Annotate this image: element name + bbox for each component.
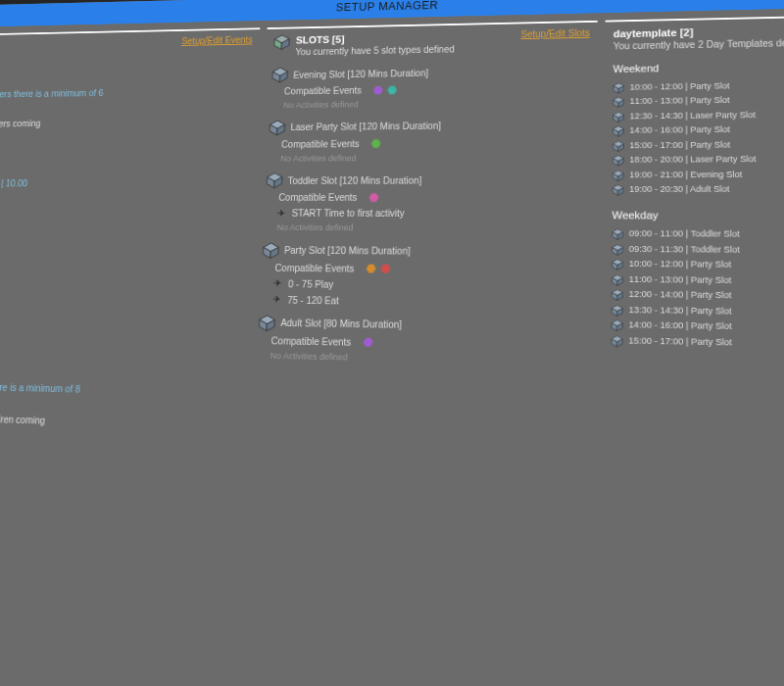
event-color-icon bbox=[368, 193, 378, 203]
svg-marker-46 bbox=[612, 188, 618, 196]
guest-price-note: charge based on Toddlers coming bbox=[0, 119, 41, 129]
cube-icon bbox=[612, 319, 624, 331]
svg-marker-60 bbox=[612, 289, 623, 295]
cube-icon bbox=[612, 184, 624, 196]
svg-marker-65 bbox=[617, 308, 623, 316]
daytemplate-row[interactable]: 18:00 - 20:00 | Laser Party Slot bbox=[612, 151, 784, 168]
svg-marker-38 bbox=[618, 144, 624, 152]
compat-label: Compatible Events bbox=[284, 84, 363, 99]
svg-marker-53 bbox=[617, 247, 623, 255]
daytemplate-row-text: 14:00 - 16:00 | Party Slot bbox=[628, 319, 731, 334]
daytemplate-row[interactable]: 15:00 - 17:00 | Party Slot bbox=[611, 333, 784, 355]
daytemplate-row-text: 15:00 - 17:00 | Party Slot bbox=[628, 334, 732, 350]
cube-icon bbox=[612, 82, 624, 94]
svg-marker-45 bbox=[612, 185, 623, 191]
cube-icon bbox=[612, 170, 624, 181]
no-activities: No Activities defined bbox=[264, 222, 588, 236]
compat-label: Compatible Events bbox=[270, 333, 351, 349]
svg-marker-69 bbox=[612, 335, 622, 341]
slot-name: Evening Slot [120 Mins Duration] bbox=[293, 66, 429, 81]
svg-marker-42 bbox=[612, 171, 623, 176]
event-color-icon bbox=[371, 139, 381, 148]
compat-label: Compatible Events bbox=[274, 261, 355, 275]
compat-label: Compatible Events bbox=[281, 137, 360, 152]
daytemplate-row-text: 12:30 - 14:30 | Laser Party Slot bbox=[629, 109, 756, 122]
slot-item[interactable]: Party Slot [120 Mins Duration]Compatible… bbox=[260, 242, 588, 311]
edit-events-link[interactable]: Setup/Edit Events bbox=[181, 35, 253, 46]
cube-icon bbox=[271, 67, 289, 83]
event-item[interactable]: Toddler PartyMinimum Deposit : 1.00Minim… bbox=[0, 55, 252, 340]
plane-icon: ✈ bbox=[273, 279, 283, 289]
daytemplate-row-text: 19:00 - 21:00 | Evening Slot bbox=[629, 169, 742, 182]
svg-marker-39 bbox=[612, 156, 623, 162]
cube-icon bbox=[612, 228, 623, 240]
cube-icon bbox=[612, 259, 624, 270]
guest-price-note: charge based on Children coming bbox=[0, 412, 45, 425]
option-line: - Toddler Treat 2.00 | 2.00 bbox=[0, 260, 240, 276]
daytemplate-row-text: 09:00 - 11:00 | Toddler Slot bbox=[629, 228, 740, 242]
event-color-icon bbox=[387, 85, 397, 94]
svg-marker-64 bbox=[612, 308, 617, 316]
cube-icon bbox=[259, 315, 276, 332]
cube-icon bbox=[263, 242, 280, 259]
slot-item[interactable]: Adult Slot [80 Mins Duration]Compatible … bbox=[257, 315, 587, 369]
option-line: - Duffy Dragon - | - bbox=[0, 203, 243, 217]
cube-icon bbox=[269, 120, 286, 136]
daytemplate-row-text: 11:00 - 13:00 | Party Slot bbox=[629, 273, 732, 288]
daytemplate-name: Weekend bbox=[612, 56, 784, 76]
svg-marker-54 bbox=[612, 260, 623, 266]
daytemplate-row-text: 18:00 - 20:00 | Laser Party Slot bbox=[629, 154, 756, 168]
slots-panel: SLOTS [5] You currently have 5 slot type… bbox=[228, 21, 598, 686]
daytemplate-section: Weekend10:00 - 12:00 | Party Slot11:00 -… bbox=[612, 56, 784, 197]
cube-icon bbox=[273, 34, 291, 51]
option-price: 10.00 | 10.00 bbox=[0, 178, 27, 188]
slot-item[interactable]: Evening Slot [120 Mins Duration]Compatib… bbox=[270, 62, 590, 112]
svg-marker-71 bbox=[617, 338, 623, 346]
edit-slots-link[interactable]: Setup/Edit Slots bbox=[520, 27, 589, 39]
daytemplate-row[interactable]: 19:00 - 20:30 | Adult Slot bbox=[612, 182, 784, 198]
svg-marker-56 bbox=[617, 263, 623, 270]
daytemplates-list: Weekend10:00 - 12:00 | Party Slot11:00 -… bbox=[600, 52, 784, 686]
svg-marker-50 bbox=[617, 232, 623, 240]
cube-icon bbox=[612, 304, 624, 316]
daytemplate-row[interactable]: 14:00 - 16:00 | Party Slot bbox=[612, 121, 784, 138]
daytemplate-row[interactable]: 15:00 - 17:00 | Party Slot bbox=[612, 136, 784, 154]
daytemplate-row-text: 09:30 - 11:30 | Toddler Slot bbox=[629, 243, 740, 257]
daytemplate-section: Weekday09:00 - 11:00 | Toddler Slot09:30… bbox=[611, 207, 784, 355]
daytemplate-row[interactable]: 12:30 - 14:30 | Laser Party Slot bbox=[612, 106, 784, 124]
slot-item[interactable]: Laser Party Slot [120 Mins Duration]Comp… bbox=[268, 117, 589, 166]
slot-name: Adult Slot [80 Mins Duration] bbox=[280, 316, 402, 332]
cube-icon bbox=[612, 244, 623, 256]
events-panel: ly have 6 event types Setup/Edit Events … bbox=[0, 27, 261, 686]
app-window: SETUP MANAGER — □ ✕ ly have 6 event type… bbox=[0, 0, 784, 686]
cube-icon bbox=[612, 140, 624, 152]
daytemplate-row-text: 10:00 - 12:00 | Party Slot bbox=[630, 80, 730, 94]
activity-line: 75 - 120 Eat bbox=[287, 293, 339, 308]
cube-icon bbox=[612, 289, 624, 301]
daytemplate-row[interactable]: 10:00 - 12:00 | Party Slot bbox=[612, 75, 784, 95]
event-item[interactable]: Birthday PartyMinimum Deposit : 1.00Mini… bbox=[0, 347, 234, 579]
event-color-icon bbox=[367, 264, 376, 273]
svg-marker-62 bbox=[617, 293, 623, 301]
activity-line: START Time to first activity bbox=[291, 207, 405, 220]
daytemplate-row-text: 14:00 - 16:00 | Party Slot bbox=[629, 123, 730, 137]
slot-name: Party Slot [120 Mins Duration] bbox=[284, 244, 411, 259]
event-color-icon bbox=[380, 264, 390, 273]
svg-marker-51 bbox=[612, 244, 623, 250]
svg-marker-44 bbox=[618, 173, 624, 181]
plane-icon: ✈ bbox=[277, 209, 287, 218]
cube-icon bbox=[612, 97, 624, 109]
events-list: Toddler PartyMinimum Deposit : 1.00Minim… bbox=[0, 51, 259, 686]
svg-marker-48 bbox=[612, 229, 623, 235]
svg-marker-68 bbox=[617, 323, 623, 331]
option-line: - Chubby Bear - | - bbox=[0, 190, 244, 204]
daytemplate-row-text: 15:00 - 17:00 | Party Slot bbox=[629, 139, 730, 153]
daytemplate-row-text: 10:00 - 12:00 | Party Slot bbox=[629, 258, 732, 271]
cube-icon bbox=[612, 111, 624, 122]
svg-marker-36 bbox=[613, 141, 624, 147]
svg-marker-70 bbox=[612, 338, 617, 346]
daytemplate-row[interactable]: 19:00 - 21:00 | Evening Slot bbox=[612, 167, 784, 182]
svg-marker-58 bbox=[612, 277, 618, 285]
slot-item[interactable]: Toddler Slot [120 Mins Duration]Compatib… bbox=[264, 172, 588, 236]
svg-marker-52 bbox=[612, 247, 618, 255]
